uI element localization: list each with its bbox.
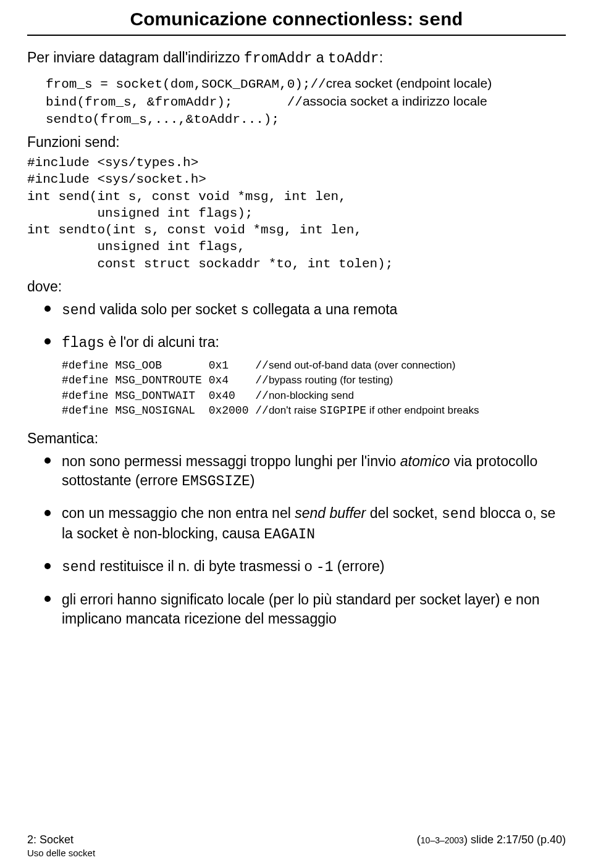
comment-slash: // xyxy=(310,77,326,91)
list-item: con un messaggio che non entra nel send … xyxy=(44,504,566,545)
define-line: #define MSG_DONTWAIT 0x40 xyxy=(62,390,255,402)
code-block-prototypes: #include <sys/types.h> #include <sys/soc… xyxy=(27,154,566,272)
bullet-list-dove: send valida solo per socket s collegata … xyxy=(44,300,566,418)
define-line: #define MSG_NOSIGNAL 0x2000 xyxy=(62,404,255,417)
text: restituisce il n. di byte trasmessi o xyxy=(96,558,316,574)
comment-text: don't raise xyxy=(269,404,320,416)
footer-right: (10–3–2003) slide 2:17/50 (p.40) xyxy=(417,833,566,846)
title-mono: send xyxy=(418,10,463,31)
list-item: send valida solo per socket s collegata … xyxy=(44,300,566,320)
comment-text: crea socket (endpoint locale) xyxy=(326,76,492,90)
intro-paragraph: Per inviare datagram dall'indirizzo from… xyxy=(27,48,566,69)
list-item: gli errori hanno significato locale (per… xyxy=(44,590,566,628)
comment-text: send out-of-band data (over connection) xyxy=(269,359,455,371)
comment-text: if other endpoint breaks xyxy=(366,404,479,416)
footer-slide: slide 2:17/50 (p.40) xyxy=(471,833,566,846)
intro-mono-fromaddr: fromAddr xyxy=(244,51,312,67)
label-dove: dove: xyxy=(27,278,566,295)
comment-text: non-blocking send xyxy=(269,390,354,401)
slide-title: Comunicazione connectionless: send xyxy=(27,9,566,31)
mono-send: send xyxy=(62,559,96,575)
mono-send: send xyxy=(442,506,476,522)
text: valida solo per socket xyxy=(96,301,240,317)
list-item: non sono permessi messaggi troppo lunghi… xyxy=(44,452,566,491)
intro-mono-toaddr: toAddr xyxy=(328,51,379,67)
comment-slash: // xyxy=(255,404,269,417)
define-line: #define MSG_DONTROUTE 0x4 xyxy=(62,374,255,386)
mono-send: send xyxy=(62,303,96,319)
text: gli errori hanno significato locale (per… xyxy=(62,591,539,627)
intro-text: a xyxy=(312,49,328,65)
comment-slash: // xyxy=(255,359,269,372)
slide-page: Comunicazione connectionless: send Per i… xyxy=(0,0,593,868)
comment-slash: // xyxy=(255,390,269,402)
mono-flags: flags xyxy=(62,335,104,351)
defines-block: #define MSG_OOB 0x1 //send out-of-band d… xyxy=(62,358,566,418)
code-line: sendto(from_s,...,&toAddr...); xyxy=(46,112,279,127)
footer-sub: Uso delle socket xyxy=(27,846,566,858)
comment-text: bypass routing (for testing) xyxy=(269,374,393,386)
list-item: flags è l'or di alcuni tra: #define MSG_… xyxy=(44,333,566,418)
text: ) xyxy=(250,472,255,488)
text: del socket, xyxy=(366,505,442,521)
code-block-setup: from_s = socket(dom,SOCK_DGRAM,0);//crea… xyxy=(46,75,566,128)
code-line: from_s = socket(dom,SOCK_DGRAM,0); xyxy=(46,77,310,91)
intro-text: : xyxy=(379,49,383,65)
footer: 2: Socket (10–3–2003) slide 2:17/50 (p.4… xyxy=(27,833,566,858)
intro-text: Per inviare datagram dall'indirizzo xyxy=(27,49,244,65)
mono-sigpipe: SIGPIPE xyxy=(320,404,367,417)
comment-slash: // xyxy=(255,374,269,386)
mono-s: s xyxy=(240,303,249,319)
footer-date: 10–3–2003 xyxy=(421,835,464,845)
title-rule xyxy=(27,35,566,36)
italic-atomico: atomico xyxy=(400,453,450,469)
footer-left: 2: Socket xyxy=(27,833,74,846)
title-text: Comunicazione connectionless: xyxy=(130,9,419,29)
text: con un messaggio che non entra nel xyxy=(62,505,295,521)
text: non sono permessi messaggi troppo lunghi… xyxy=(62,453,400,469)
text: collegata a una remota xyxy=(249,301,397,317)
bullet-list-semantica: non sono permessi messaggi troppo lunghi… xyxy=(44,452,566,628)
text: (errore) xyxy=(333,558,384,574)
italic-sendbuffer: send buffer xyxy=(295,505,366,521)
define-line: #define MSG_OOB 0x1 xyxy=(62,359,255,372)
label-semantica: Semantica: xyxy=(27,430,566,447)
comment-slash: // xyxy=(287,95,303,109)
label-funzioni: Funzioni send: xyxy=(27,134,566,151)
mono-emsgsize: EMSGSIZE xyxy=(182,474,250,490)
mono-eagain: EAGAIN xyxy=(264,527,315,543)
comment-text: associa socket a indirizzo locale xyxy=(303,94,487,108)
code-line: bind(from_s, &fromAddr); xyxy=(46,95,287,109)
list-item: send restituisce il n. di byte trasmessi… xyxy=(44,557,566,577)
text: è l'or di alcuni tra: xyxy=(104,334,219,350)
mono-neg1: -1 xyxy=(316,559,334,575)
